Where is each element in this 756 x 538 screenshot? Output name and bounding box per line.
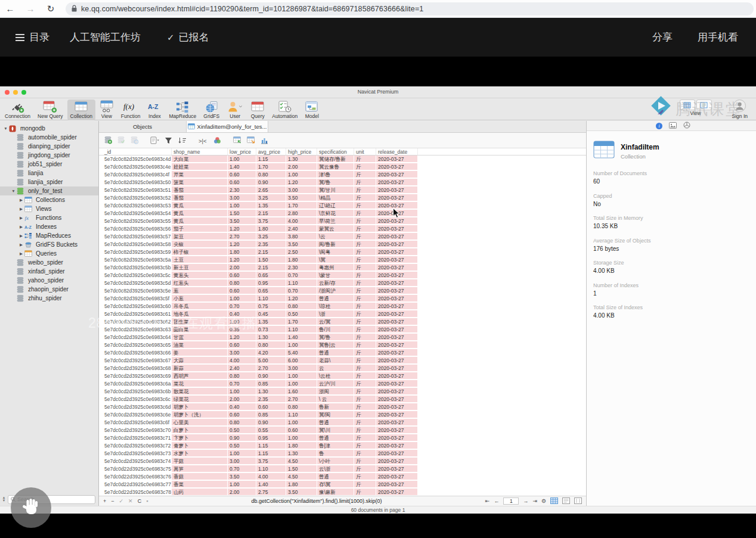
column-header-release_date[interactable]: release_date [376,148,418,155]
refresh-grid-icon[interactable]: C [138,498,142,504]
close-window-icon[interactable] [5,90,10,95]
collapse-icon[interactable]: >|< [199,137,208,144]
tree-item-collections[interactable]: ▶Collections [0,195,98,204]
toolbar-button-view[interactable]: View [97,99,117,120]
table-row[interactable]: 5e7dc0c82d3925c0e6983c4e娃娃菜1.401.702.00冀… [99,163,586,171]
minimize-window-icon[interactable] [13,90,18,95]
commit-icon[interactable] [117,136,125,144]
video-player[interactable]: Navicat Premium ConnectionNew QueryColle… [0,57,756,538]
filter-icon[interactable] [165,137,172,144]
table-row[interactable]: 5e7dc0c82d3925c0e6983c5d红葱头0.800.951.10云… [99,279,586,287]
chevron-right-icon[interactable]: ▶ [18,207,24,212]
table-row[interactable]: 5e7dc0cd2d3925c0e6983c73水萝卜1.001.151.30鲁… [99,450,586,458]
table-row[interactable]: 5e7dc0c82d3925c0e6983c4f芹菜0.600.801.00津\… [99,171,586,179]
tree-item-lianjia-spider[interactable]: lianjia_spider [0,178,98,186]
table-row[interactable]: 5e7dc0cd2d3925c0e6983c69西胡芦0.800.901.00\… [99,372,586,380]
toolbar-button-model[interactable]: Model [302,99,322,120]
chevron-down-icon[interactable]: ▼ [2,126,9,130]
table-row[interactable]: 5e7dc0c82d3925c0e6983c58尖椒1.202.353.50闽/… [99,241,586,248]
preview-tab-icon[interactable] [669,122,677,130]
tree-item-lianjia[interactable]: lianjia [0,169,98,178]
table-row[interactable]: 5e7dc0d22d3925c0e6983c76香菇3.504.004.50普通… [99,473,586,481]
export-icon[interactable] [247,136,255,144]
detail-view-button[interactable] [696,99,712,110]
table-row[interactable]: 5e7dc0cd2d3925c0e6983c72青萝卜0.501.151.80鲁… [99,442,586,450]
table-row[interactable]: 5e7dc0c82d3925c0e6983c54黄瓜1.502.152.80\京… [99,210,586,217]
tree-item-xinfadi-spider[interactable]: xinfadi_spider [0,267,98,276]
table-row[interactable]: 5e7dc0cd2d3925c0e6983c66姜3.004.205.40普通斤… [99,349,586,357]
tree-item-automobile-spider[interactable]: automobile_spider [0,133,98,142]
table-row[interactable]: 5e7dc0cd2d3925c0e6983c61地冬瓜0.400.450.50\… [99,310,586,318]
table-row[interactable]: 5e7dc0cd2d3925c0e6983c62团生菜1.001.351.70云… [99,318,586,326]
rollback-icon[interactable] [131,136,138,144]
grid-mode-icon[interactable] [550,497,558,505]
begin-transaction-icon[interactable] [104,136,112,144]
address-bar[interactable]: ke.qq.com/webcourse/index.html#cid=11902… [66,2,754,15]
column-header-avg_price[interactable]: avg_price [256,148,286,155]
text-mode-icon[interactable] [574,497,582,505]
table-row[interactable]: 5e7dc0cd2d3925c0e6983c64甘蓝1.201.301.40冀/… [99,334,586,341]
toolbar-button-mapreduce[interactable]: MapReduce [166,99,199,120]
tree-item-zhaopin-spider[interactable]: zhaopin_spider [0,285,98,294]
tree-item-zhihu-spider[interactable]: zhihu_spider [0,294,98,303]
table-row[interactable]: 5e7dc0c82d3925c0e6983c5b新土豆2.002.152.30粤… [99,264,586,272]
table-row[interactable]: 5e7dc0c82d3925c0e6983c4d大白菜1.001.151.30冀… [99,156,586,163]
table-row[interactable]: 5e7dc0c82d3925c0e6983c60吊冬瓜0.700.750.80\… [99,303,586,310]
tree-item-mapreduces[interactable]: ▶MapReduces [0,231,98,240]
table-row[interactable]: 5e7dc0c82d3925c0e6983c55黄瓜3.503.754.00早\… [99,217,586,225]
column-header-low_price[interactable]: low_price [228,148,256,155]
prev-page-icon[interactable]: ← [494,498,499,504]
table-row[interactable]: 5e7dc0c82d3925c0e6983c52番茄3.003.253.50\精… [99,194,586,202]
column-header-_id[interactable]: _id [103,148,172,155]
sign-in-button[interactable]: Sign In [732,99,748,119]
table-row[interactable]: 5e7dc0cd2d3925c0e6983c71卞萝卜0.900.951.00普… [99,434,586,442]
back-icon[interactable]: ← [0,4,20,14]
column-header-high_price[interactable]: high_price [286,148,317,155]
toolbar-button-new-query[interactable]: New Query [35,99,66,120]
toolbar-button-query[interactable]: Query [247,99,268,120]
tree-item-views[interactable]: ▶Views [0,204,98,213]
tree-item-weibo-spider[interactable]: weibo_spider [0,258,98,267]
chevron-right-icon[interactable]: ▶ [18,216,24,220]
table-row[interactable]: 5e7dc0cd2d3925c0e6983c6e胡萝卜（洗）0.600.851.… [99,411,586,419]
toolbar-button-connection[interactable]: Connection [2,99,33,120]
chevron-down-icon[interactable]: ▼ [10,189,17,193]
info-tab-icon[interactable]: i [656,123,662,129]
page-number-input[interactable]: 1 [503,497,519,505]
table-row[interactable]: 5e7dc0c82d3925c0e6983c5f小葱1.001.101.20普通… [99,295,586,303]
column-header-shop_name[interactable]: shop_name [172,148,228,155]
grid-view-button[interactable] [680,99,695,110]
table-row[interactable]: 5e7dc0d22d3925c0e6983c78山药2.002.753.50豫\… [99,489,586,496]
tree-item-gridfs-buckets[interactable]: ▶GridFS Buckets [0,240,98,249]
watch-on-phone-button[interactable]: 用手机看 [698,30,738,44]
tree-item-yahoo-spider[interactable]: yahoo_spider [0,276,98,285]
tree-item-indexes[interactable]: ▶A-ZIndexes [0,222,98,231]
tab-objects[interactable]: Objects [99,121,186,132]
tree-item-dianping-spider[interactable]: dianping_spider [0,142,98,151]
table-row[interactable]: 5e7dc0cd2d3925c0e6983c67大蒜4.005.006.00老蒜… [99,357,586,365]
toolbar-button-index[interactable]: A-ZIndex [144,99,165,120]
toolbar-button-user[interactable]: User [224,99,246,120]
apply-changes-icon[interactable]: ✓ [119,498,124,504]
catalog-menu-button[interactable]: 目录 [16,30,49,44]
table-row[interactable]: 5e7dc0c82d3925c0e6983c5a土豆1.201.501.80\冀… [99,256,586,264]
discard-changes-icon[interactable]: ✕ [128,498,133,504]
table-row[interactable]: 5e7dc0cd2d3925c0e6983c6d胡萝卜0.400.600.80鲁… [99,403,586,411]
table-row[interactable]: 5e7dc0c82d3925c0e6983c50菠菜0.600.901.20冀/… [99,179,586,186]
table-row[interactable]: 5e7dc0d22d3925c0e6983c77香菜1.001.401.80存\… [99,481,586,489]
chevron-right-icon[interactable]: ▶ [18,242,24,247]
table-row[interactable]: 5e7dc0c82d3925c0e6983c5c黄葱头0.600.650.70\… [99,272,586,279]
import-icon[interactable] [233,136,241,144]
page-settings-icon[interactable]: ⚙ [541,498,546,504]
tree-item-job51-spider[interactable]: job51_spider [0,160,98,169]
tree-item-mongodb[interactable]: ▼mongodb [0,124,98,133]
table-row[interactable]: 5e7dc0c82d3925c0e6983c5e葱0.600.650.70/浙闽… [99,287,586,295]
add-record-icon[interactable]: + [103,498,106,504]
chart-icon[interactable] [261,137,268,144]
toolbar-button-collection[interactable]: Collection [67,99,95,120]
wheel-tab-icon[interactable] [683,122,690,130]
table-row[interactable]: 5e7dc0cd2d3925c0e6983c6b散菜花1.001.301.60浙… [99,388,586,396]
table-row[interactable]: 5e7dc0cd2d3925c0e6983c74平菇3.003.754.50\小… [99,458,586,465]
delete-record-icon[interactable]: − [111,498,114,504]
table-row[interactable]: 5e7dc0c82d3925c0e6983c51番茄2.302.653.00冀/… [99,186,586,194]
